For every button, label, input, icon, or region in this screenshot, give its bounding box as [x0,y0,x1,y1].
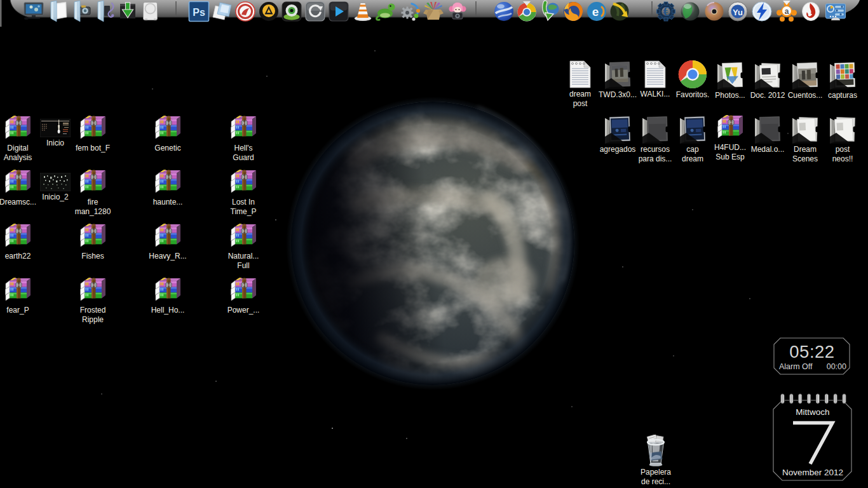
svg-text:a: a [785,7,789,16]
svg-text:05:22: 05:22 [789,342,834,362]
svg-text:€: € [663,4,670,18]
svg-text:00:00: 00:00 [827,362,846,371]
svg-text:Alarm Off: Alarm Off [779,362,813,371]
svg-text:November 2012: November 2012 [782,468,843,477]
svg-text:Yu: Yu [733,8,743,17]
svg-text:Mittwoch: Mittwoch [796,407,829,417]
svg-text:Ps: Ps [193,7,205,18]
svg-text:e: e [592,5,599,18]
